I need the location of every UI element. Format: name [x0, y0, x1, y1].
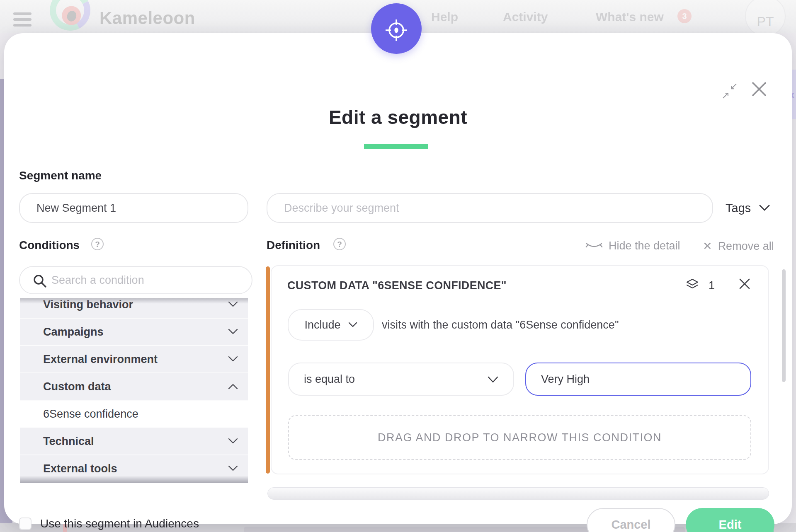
edit-segment-modal: ↙ ↗ Edit a segment Segment name Tags Con…	[4, 33, 792, 524]
title-underline	[364, 144, 428, 149]
brand-name: Kameleoon	[100, 8, 195, 28]
chevron-down-icon	[228, 301, 238, 307]
chevron-down-icon	[228, 329, 238, 335]
whats-new-badge: 3	[677, 9, 692, 23]
logo-inner-circle	[59, 4, 83, 28]
segment-name-input[interactable]	[19, 193, 248, 223]
remove-all-x-icon: ✕	[703, 239, 712, 253]
search-input[interactable]	[51, 268, 242, 292]
chevron-down-icon	[348, 322, 357, 328]
condition-category-custom-data[interactable]: Custom data	[20, 373, 248, 401]
hide-detail-button[interactable]: Hide the detail	[585, 239, 680, 252]
condition-category-technical[interactable]: Technical	[20, 428, 248, 455]
chevron-down-icon	[228, 356, 238, 362]
layer-count: 1	[709, 279, 715, 292]
eye-closed-icon	[585, 241, 603, 251]
definition-horizontal-scrollbar[interactable]	[267, 487, 769, 500]
edit-button[interactable]: Edit	[686, 508, 774, 532]
hide-detail-label: Hide the detail	[609, 239, 680, 252]
arrow-up-right-icon: ↗	[721, 89, 730, 101]
nav-activity[interactable]: Activity	[503, 10, 548, 24]
include-label: Include	[304, 319, 340, 331]
definition-label: Definition	[267, 239, 320, 252]
value-input[interactable]	[525, 363, 751, 396]
include-dropdown[interactable]: Include	[288, 309, 374, 341]
layers-icon	[685, 278, 699, 292]
segment-description-input[interactable]	[267, 193, 713, 223]
logo-center-dot	[66, 10, 78, 23]
segment-name-label: Segment name	[19, 169, 102, 182]
target-button[interactable]	[371, 3, 422, 54]
condition-color-stripe	[266, 266, 270, 474]
condition-category-external-environment[interactable]: External environment	[20, 346, 248, 373]
condition-card: CUSTOM DATA "6SENSE CONFIDENCE" 1 Includ…	[271, 265, 769, 474]
condition-category-external-tools[interactable]: External tools	[20, 455, 248, 483]
condition-search	[19, 266, 252, 294]
nav-help[interactable]: Help	[431, 10, 458, 24]
nav-whats-new[interactable]: What's new	[596, 10, 664, 24]
audiences-checkbox-label: Use this segment in Audiences	[40, 517, 199, 530]
operator-value: is equal to	[304, 373, 355, 386]
arrow-down-left-icon: ↙	[730, 80, 738, 92]
close-icon[interactable]	[750, 80, 769, 99]
condition-item-6sense-confidence[interactable]: 6Sense confidence	[20, 401, 248, 428]
condition-close-icon[interactable]	[738, 277, 752, 292]
remove-all-label: Remove all	[718, 240, 774, 253]
tags-dropdown[interactable]: Tags	[726, 193, 770, 223]
chevron-down-icon	[488, 376, 498, 383]
collapse-icon[interactable]: ↙ ↗	[721, 82, 739, 100]
dropzone-label: DRAG AND DROP TO NARROW THIS CONDITION	[378, 431, 662, 444]
tags-label: Tags	[726, 201, 751, 215]
drag-drop-zone[interactable]: DRAG AND DROP TO NARROW THIS CONDITION	[288, 415, 751, 460]
cancel-button[interactable]: Cancel	[587, 508, 675, 532]
remove-all-button[interactable]: ✕ Remove all	[703, 239, 774, 253]
chevron-down-icon	[228, 438, 238, 444]
conditions-label: Conditions	[19, 239, 80, 252]
condition-card-title: CUSTOM DATA "6SENSE CONFIDENCE"	[287, 279, 507, 292]
condition-category-visiting-behavior[interactable]: Visiting behavior	[20, 298, 248, 319]
definition-help-icon[interactable]: ?	[333, 238, 346, 250]
chevron-down-icon	[228, 465, 238, 472]
page-title: Edit a segment	[4, 106, 792, 128]
screen: « Kameleoon Help Activity What's new 3 P…	[0, 0, 796, 532]
hamburger-menu-icon[interactable]	[13, 12, 32, 27]
conditions-list: Visiting behavior Campaigns External env…	[20, 298, 248, 483]
chevron-up-icon	[228, 383, 238, 389]
condition-description: visits with the custom data "6Sense conf…	[382, 319, 619, 331]
audiences-checkbox[interactable]	[19, 517, 32, 530]
chevron-down-icon	[759, 205, 770, 211]
operator-select[interactable]: is equal to	[288, 363, 514, 396]
condition-category-campaigns[interactable]: Campaigns	[20, 319, 248, 346]
definition-vertical-scrollbar[interactable]	[782, 269, 786, 382]
conditions-help-icon[interactable]: ?	[91, 238, 104, 250]
